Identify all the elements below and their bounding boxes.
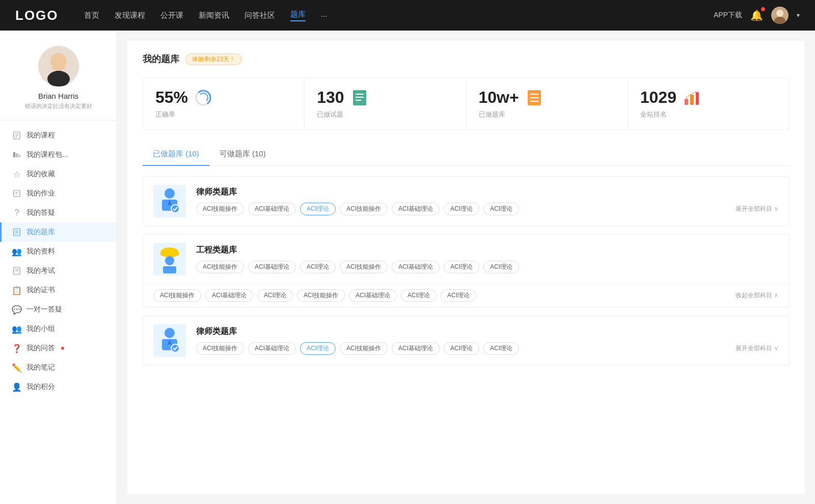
expand-btn[interactable]: 展开全部科目 ∨ bbox=[736, 205, 779, 213]
sidebar-item-questions[interactable]: ❓ 我的问答 bbox=[0, 339, 117, 358]
tag[interactable]: ACI理论 bbox=[257, 289, 293, 302]
tag[interactable]: ACI技能操作 bbox=[196, 261, 244, 273]
tag[interactable]: ACI技能操作 bbox=[297, 289, 345, 302]
stat-top: 1029 bbox=[640, 88, 777, 107]
logo[interactable]: LOGO bbox=[15, 8, 59, 23]
tag[interactable]: ACI技能操作 bbox=[196, 203, 244, 215]
qbank-avatar-lawyer-2 bbox=[153, 324, 186, 357]
qbank-info: 律师类题库 ACI技能操作 ACI基础理论 ACI理论 ACI技能操作 ACI基… bbox=[196, 187, 779, 215]
svg-rect-11 bbox=[16, 153, 18, 157]
tab-done[interactable]: 已做题库 (10) bbox=[143, 144, 209, 166]
tag[interactable]: ACI基础理论 bbox=[248, 203, 296, 215]
stat-label: 正确率 bbox=[155, 110, 292, 119]
avatar-chevron[interactable]: ▾ bbox=[797, 12, 800, 19]
tag[interactable]: ACI技能操作 bbox=[153, 289, 201, 302]
sidebar-item-favorites[interactable]: ☆ 我的收藏 bbox=[0, 164, 117, 184]
tag[interactable]: ACI理论 bbox=[441, 289, 476, 302]
sidebar-item-notes[interactable]: ✏️ 我的笔记 bbox=[0, 358, 117, 377]
svg-rect-10 bbox=[13, 152, 15, 157]
notification-bell[interactable]: 🔔 bbox=[750, 9, 763, 21]
avatar[interactable] bbox=[771, 7, 789, 24]
svg-point-48 bbox=[171, 344, 179, 352]
svg-rect-35 bbox=[690, 95, 694, 105]
sidebar-item-package[interactable]: 我的课程包... bbox=[0, 145, 117, 164]
qbank-title: 律师类题库 bbox=[196, 187, 779, 198]
sidebar-item-course[interactable]: 我的课程 bbox=[0, 126, 117, 145]
qbank-tags: ACI技能操作 ACI基础理论 ACI理论 ACI技能操作 ACI基础理论 AC… bbox=[196, 342, 779, 355]
tag[interactable]: ACI基础理论 bbox=[392, 203, 440, 215]
questions-icon: ❓ bbox=[12, 344, 21, 353]
sidebar-item-qa[interactable]: ? 我的答疑 bbox=[0, 203, 117, 222]
tag[interactable]: ACI基础理论 bbox=[392, 342, 440, 355]
tag[interactable]: ACI基础理论 bbox=[392, 261, 440, 273]
nav-qa[interactable]: 问答社区 bbox=[244, 11, 275, 20]
tag[interactable]: ACI技能操作 bbox=[340, 261, 388, 273]
qbank-card-lawyer-1: 律师类题库 ACI技能操作 ACI基础理论 ACI理论 ACI技能操作 ACI基… bbox=[143, 176, 790, 226]
sidebar-label: 我的课程包... bbox=[26, 150, 68, 159]
tag[interactable]: ACI理论 bbox=[444, 203, 479, 215]
tag-active[interactable]: ACI理论 bbox=[300, 203, 336, 215]
tag[interactable]: ACI理论 bbox=[483, 203, 519, 215]
homework-icon bbox=[12, 189, 21, 198]
collapse-btn[interactable]: 收起全部科目 ∧ bbox=[736, 291, 779, 300]
qbank-tags: ACI技能操作 ACI基础理论 ACI理论 ACI技能操作 ACI基础理论 AC… bbox=[196, 203, 779, 215]
qbank-info: 律师类题库 ACI技能操作 ACI基础理论 ACI理论 ACI技能操作 ACI基… bbox=[196, 326, 779, 355]
tag[interactable]: ACI基础理论 bbox=[248, 342, 296, 355]
tag[interactable]: ACI理论 bbox=[401, 289, 437, 302]
tag[interactable]: ACI理论 bbox=[300, 261, 336, 273]
expand-btn-2[interactable]: 展开全部科目 ∨ bbox=[736, 344, 779, 353]
tag[interactable]: ACI基础理论 bbox=[205, 289, 253, 302]
nav-discover[interactable]: 发现课程 bbox=[115, 11, 145, 20]
tag[interactable]: ACI理论 bbox=[483, 342, 519, 355]
svg-rect-13 bbox=[14, 190, 20, 197]
tab-available[interactable]: 可做题库 (10) bbox=[209, 144, 276, 166]
tag[interactable]: ACI基础理论 bbox=[248, 261, 296, 273]
nav-home[interactable]: 首页 bbox=[84, 11, 99, 20]
sidebar-item-qbank[interactable]: 我的题库 bbox=[0, 222, 117, 242]
notes-icon: ✏️ bbox=[12, 363, 21, 372]
stat-value: 130 bbox=[317, 88, 344, 107]
tag[interactable]: ACI技能操作 bbox=[340, 203, 388, 215]
tutor-icon: 💬 bbox=[12, 305, 21, 314]
exam-icon bbox=[12, 266, 21, 275]
sidebar-label: 我的作业 bbox=[26, 189, 55, 198]
sidebar-item-points[interactable]: 👤 我的积分 bbox=[0, 377, 117, 397]
nav-qbank[interactable]: 题库 bbox=[290, 10, 306, 21]
page-title: 我的题库 bbox=[143, 53, 179, 65]
navbar: LOGO 首页 发现课程 公开课 新闻资讯 问答社区 题库 ··· APP下载 … bbox=[0, 0, 815, 31]
profile-avatar bbox=[38, 46, 79, 87]
tag-active[interactable]: ACI理论 bbox=[300, 342, 336, 355]
tag[interactable]: ACI技能操作 bbox=[340, 342, 388, 355]
doc-icon bbox=[350, 89, 369, 107]
sidebar-item-tutor[interactable]: 💬 一对一答疑 bbox=[0, 300, 117, 319]
bar-chart-icon bbox=[683, 89, 701, 107]
qbank-icon bbox=[12, 228, 21, 237]
tag[interactable]: ACI理论 bbox=[444, 261, 479, 273]
layout: Brian Harris 错误的决定比没有决定要好 我的课程 bbox=[0, 31, 815, 504]
sidebar-item-homework[interactable]: 我的作业 bbox=[0, 184, 117, 203]
svg-point-40 bbox=[171, 205, 179, 213]
tag[interactable]: ACI技能操作 bbox=[196, 342, 244, 355]
sidebar-label: 我的答疑 bbox=[26, 208, 55, 217]
sidebar-item-cert[interactable]: 📋 我的证书 bbox=[0, 281, 117, 300]
svg-point-37 bbox=[165, 188, 175, 199]
sidebar-label: 我的收藏 bbox=[26, 170, 55, 179]
tag[interactable]: ACI理论 bbox=[444, 342, 479, 355]
nav-news[interactable]: 新闻资讯 bbox=[199, 11, 229, 20]
sidebar-item-exam[interactable]: 我的考试 bbox=[0, 261, 117, 281]
tag[interactable]: ACI理论 bbox=[483, 261, 519, 273]
sidebar-label: 我的考试 bbox=[26, 266, 55, 275]
sidebar-label: 我的证书 bbox=[26, 286, 55, 295]
qbank-footer-row2: ACI技能操作 ACI基础理论 ACI理论 ACI技能操作 ACI基础理论 AC… bbox=[143, 284, 789, 307]
sidebar-label: 一对一答疑 bbox=[26, 305, 62, 314]
sidebar-item-profile[interactable]: 👥 我的资料 bbox=[0, 242, 117, 261]
stat-top: 130 bbox=[317, 88, 453, 107]
nav-more[interactable]: ··· bbox=[321, 11, 328, 20]
app-download[interactable]: APP下载 bbox=[714, 11, 742, 20]
stat-label: 全站排名 bbox=[640, 110, 777, 119]
sidebar-item-group[interactable]: 👥 我的小组 bbox=[0, 319, 117, 339]
nav-opencourse[interactable]: 公开课 bbox=[160, 11, 183, 20]
tag[interactable]: ACI基础理论 bbox=[349, 289, 397, 302]
sidebar-label: 我的资料 bbox=[26, 247, 55, 256]
star-icon: ☆ bbox=[12, 170, 21, 179]
